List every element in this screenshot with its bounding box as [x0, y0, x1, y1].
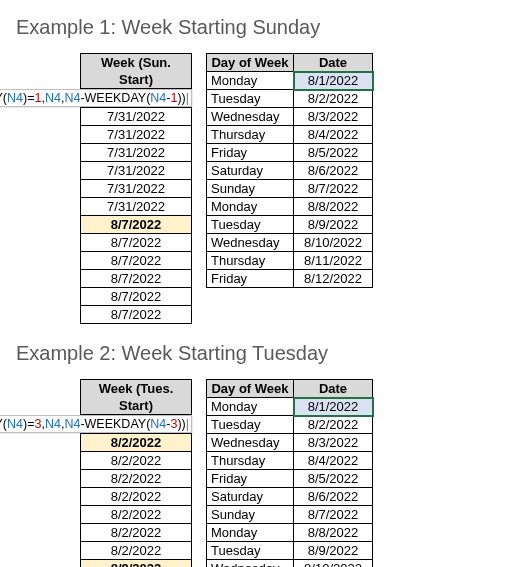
day-cell[interactable]: Wednesday — [207, 560, 294, 568]
day-cell[interactable]: Sunday — [207, 180, 294, 198]
week-cell[interactable]: 8/7/2022 — [81, 288, 192, 306]
example2-day-header: Day of Week — [207, 380, 294, 398]
day-cell[interactable]: Thursday — [207, 126, 294, 144]
date-cell[interactable]: 8/7/2022 — [294, 180, 373, 198]
example1-daydate-table: Day of Week Date Monday8/1/2022Tuesday8/… — [206, 53, 373, 288]
formula-cell-ref: N4 — [64, 91, 80, 105]
formula-text: =IF(WEEKDAY( — [0, 91, 7, 105]
text-cursor-icon: | — [186, 91, 189, 105]
example2-daydate-table: Day of Week Date Monday8/1/2022Tuesday8/… — [206, 379, 373, 567]
day-cell[interactable]: Wednesday — [207, 234, 294, 252]
day-cell[interactable]: Saturday — [207, 488, 294, 506]
day-cell[interactable]: Wednesday — [207, 108, 294, 126]
day-cell[interactable]: Thursday — [207, 252, 294, 270]
date-cell[interactable]: 8/11/2022 — [294, 252, 373, 270]
date-cell[interactable]: 8/3/2022 — [294, 108, 373, 126]
date-cell[interactable]: 8/6/2022 — [294, 162, 373, 180]
example1-formula[interactable]: =IF(WEEKDAY(N4)=1,N4,N4-WEEKDAY(N4-1))| — [0, 89, 192, 107]
week-cell[interactable]: 8/2/2022 — [81, 488, 192, 506]
formula-cell-ref: N4 — [64, 417, 80, 431]
date-cell[interactable]: 8/5/2022 — [294, 144, 373, 162]
day-cell[interactable]: Monday — [207, 524, 294, 542]
example2-date-header: Date — [294, 380, 373, 398]
week-cell[interactable]: 7/31/2022 — [81, 180, 192, 198]
formula-cell-ref: N4 — [150, 91, 166, 105]
day-cell[interactable]: Friday — [207, 470, 294, 488]
day-cell[interactable]: Wednesday — [207, 434, 294, 452]
date-cell[interactable]: 8/6/2022 — [294, 488, 373, 506]
week-cell[interactable]: 8/2/2022 — [81, 506, 192, 524]
example2-block: Week (Tues. Start) =IF(WEEKDAY(N4)=3,N4,… — [80, 379, 492, 567]
day-cell[interactable]: Thursday — [207, 452, 294, 470]
date-cell[interactable]: 8/1/2022 — [294, 72, 373, 90]
date-cell[interactable]: 8/5/2022 — [294, 470, 373, 488]
date-cell[interactable]: 8/7/2022 — [294, 506, 373, 524]
example1-week-header: Week (Sun. Start) — [81, 54, 192, 89]
date-cell[interactable]: 8/4/2022 — [294, 126, 373, 144]
date-cell[interactable]: 8/8/2022 — [294, 198, 373, 216]
example1-week-table: Week (Sun. Start) — [80, 53, 192, 89]
week-cell[interactable]: 8/2/2022 — [81, 434, 192, 452]
example1-date-header: Date — [294, 54, 373, 72]
day-cell[interactable]: Friday — [207, 270, 294, 288]
date-cell[interactable]: 8/9/2022 — [294, 542, 373, 560]
formula-text: =IF(WEEKDAY( — [0, 417, 7, 431]
day-cell[interactable]: Friday — [207, 144, 294, 162]
example2-week-table: Week (Tues. Start) — [80, 379, 192, 415]
week-cell[interactable]: 8/2/2022 — [81, 524, 192, 542]
date-cell[interactable]: 8/12/2022 — [294, 270, 373, 288]
day-cell[interactable]: Sunday — [207, 506, 294, 524]
week-cell[interactable]: 8/7/2022 — [81, 270, 192, 288]
week-cell[interactable]: 7/31/2022 — [81, 198, 192, 216]
text-cursor-icon: | — [186, 417, 189, 431]
example2-week-body: 8/2/20228/2/20228/2/20228/2/20228/2/2022… — [80, 433, 192, 567]
formula-cell-ref: N4 — [45, 417, 61, 431]
formula-text: )) — [177, 417, 185, 431]
formula-cell-ref: N4 — [150, 417, 166, 431]
week-cell[interactable]: 8/7/2022 — [81, 234, 192, 252]
date-cell[interactable]: 8/1/2022 — [294, 398, 373, 416]
day-cell[interactable]: Tuesday — [207, 216, 294, 234]
week-cell[interactable]: 8/9/2022 — [81, 560, 192, 568]
date-cell[interactable]: 8/2/2022 — [294, 416, 373, 434]
day-cell[interactable]: Saturday — [207, 162, 294, 180]
week-cell[interactable]: 8/2/2022 — [81, 452, 192, 470]
formula-text: )= — [23, 417, 34, 431]
day-cell[interactable]: Tuesday — [207, 90, 294, 108]
week-cell[interactable]: 7/31/2022 — [81, 108, 192, 126]
day-cell[interactable]: Monday — [207, 72, 294, 90]
date-cell[interactable]: 8/2/2022 — [294, 90, 373, 108]
day-cell[interactable]: Tuesday — [207, 542, 294, 560]
week-cell[interactable]: 8/7/2022 — [81, 306, 192, 324]
formula-cell-ref: N4 — [7, 417, 23, 431]
date-cell[interactable]: 8/10/2022 — [294, 560, 373, 568]
week-cell[interactable]: 7/31/2022 — [81, 126, 192, 144]
example2-week-header: Week (Tues. Start) — [81, 380, 192, 415]
date-cell[interactable]: 8/3/2022 — [294, 434, 373, 452]
date-cell[interactable]: 8/9/2022 — [294, 216, 373, 234]
day-cell[interactable]: Monday — [207, 198, 294, 216]
formula-text: )) — [177, 91, 185, 105]
date-cell[interactable]: 8/10/2022 — [294, 234, 373, 252]
formula-text: -WEEKDAY( — [80, 91, 150, 105]
date-cell[interactable]: 8/8/2022 — [294, 524, 373, 542]
week-cell[interactable]: 7/31/2022 — [81, 162, 192, 180]
week-cell[interactable]: 8/7/2022 — [81, 216, 192, 234]
example1-day-header: Day of Week — [207, 54, 294, 72]
formula-text: -WEEKDAY( — [80, 417, 150, 431]
formula-cell-ref: N4 — [45, 91, 61, 105]
example1-block: Week (Sun. Start) =IF(WEEKDAY(N4)=1,N4,N… — [80, 53, 492, 324]
week-cell[interactable]: 8/7/2022 — [81, 252, 192, 270]
week-cell[interactable]: 8/2/2022 — [81, 470, 192, 488]
week-cell[interactable]: 8/2/2022 — [81, 542, 192, 560]
day-cell[interactable]: Tuesday — [207, 416, 294, 434]
date-cell[interactable]: 8/4/2022 — [294, 452, 373, 470]
day-cell[interactable]: Monday — [207, 398, 294, 416]
example1-week-body: 7/31/20227/31/20227/31/20227/31/20227/31… — [80, 107, 192, 324]
formula-cell-ref: N4 — [7, 91, 23, 105]
formula-text: )= — [23, 91, 34, 105]
example2-title: Example 2: Week Starting Tuesday — [16, 342, 492, 365]
example2-formula[interactable]: =IF(WEEKDAY(N4)=3,N4,N4-WEEKDAY(N4-3))| — [0, 415, 192, 433]
week-cell[interactable]: 7/31/2022 — [81, 144, 192, 162]
example1-title: Example 1: Week Starting Sunday — [16, 16, 492, 39]
